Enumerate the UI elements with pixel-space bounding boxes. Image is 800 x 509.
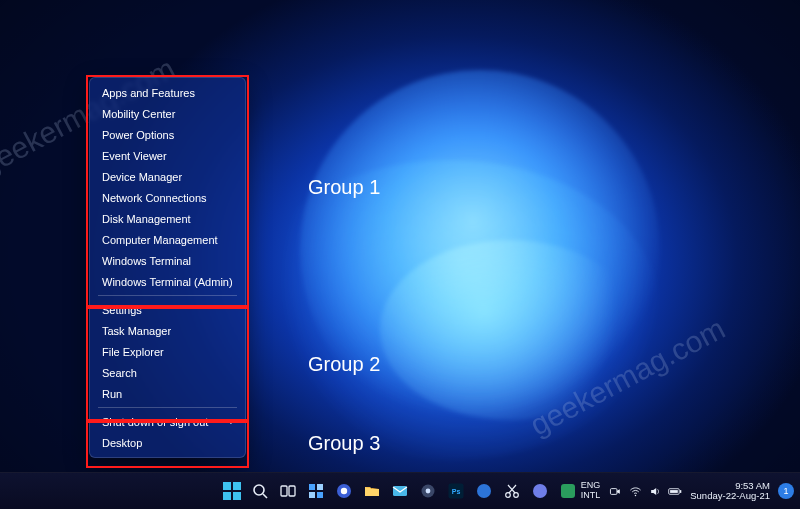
- menu-item-label: Run: [102, 388, 122, 400]
- menu-item-label: Desktop: [102, 437, 142, 449]
- task-view-button[interactable]: [275, 478, 301, 504]
- taskbar-app-photoshop[interactable]: Ps: [443, 478, 469, 504]
- search-icon: [251, 482, 269, 500]
- svg-rect-2: [223, 492, 231, 500]
- svg-rect-8: [309, 484, 315, 490]
- taskbar-app-generic-2[interactable]: [527, 478, 553, 504]
- menu-item-label: Windows Terminal: [102, 255, 191, 267]
- language-indicator[interactable]: ENG INTL: [581, 481, 601, 501]
- svg-point-22: [533, 484, 547, 498]
- menu-item-disk-management[interactable]: Disk Management: [90, 208, 245, 229]
- taskbar-app-generic-3[interactable]: [555, 478, 581, 504]
- taskbar-app-generic-1[interactable]: [471, 478, 497, 504]
- notification-count: 1: [783, 486, 788, 496]
- menu-item-settings[interactable]: Settings: [90, 299, 245, 320]
- menu-item-label: Task Manager: [102, 325, 171, 337]
- menu-item-label: Search: [102, 367, 137, 379]
- notifications-button[interactable]: 1: [778, 483, 794, 499]
- menu-item-label: Power Options: [102, 129, 174, 141]
- annotation-label-group3: Group 3: [308, 432, 380, 455]
- annotation-label-group1: Group 1: [308, 176, 380, 199]
- svg-rect-6: [281, 486, 287, 496]
- chevron-right-icon: ›: [230, 416, 233, 427]
- menu-item-search[interactable]: Search: [90, 362, 245, 383]
- taskbar-right: ^ ENG INTL 9:53 AM Sunday-22-Aug-21 1: [568, 473, 800, 509]
- system-tray: [608, 485, 682, 498]
- svg-point-16: [426, 489, 431, 494]
- svg-rect-10: [309, 492, 315, 498]
- svg-rect-3: [233, 492, 241, 500]
- app-icon: [531, 482, 549, 500]
- svg-rect-11: [317, 492, 323, 498]
- svg-rect-24: [610, 488, 617, 494]
- menu-item-desktop[interactable]: Desktop: [90, 432, 245, 453]
- battery-icon[interactable]: [668, 485, 682, 498]
- taskbar-app-settings[interactable]: [415, 478, 441, 504]
- menu-item-mobility-center[interactable]: Mobility Center: [90, 103, 245, 124]
- svg-point-19: [477, 484, 491, 498]
- app-icon: [559, 482, 577, 500]
- svg-point-25: [635, 494, 636, 495]
- mail-icon: [391, 482, 409, 500]
- menu-item-label: Device Manager: [102, 171, 182, 183]
- menu-item-label: Windows Terminal (Admin): [102, 276, 233, 288]
- menu-separator: [98, 295, 237, 296]
- menu-item-power-options[interactable]: Power Options: [90, 124, 245, 145]
- taskbar-app-snip[interactable]: [499, 478, 525, 504]
- menu-item-windows-terminal-admin[interactable]: Windows Terminal (Admin): [90, 271, 245, 292]
- menu-item-shutdown-signout[interactable]: Shut down or sign out ›: [90, 411, 245, 432]
- clock[interactable]: 9:53 AM Sunday-22-Aug-21: [690, 481, 770, 502]
- svg-rect-0: [223, 482, 231, 490]
- volume-icon[interactable]: [648, 485, 662, 498]
- taskbar-center: Ps: [219, 473, 581, 509]
- menu-separator: [98, 407, 237, 408]
- menu-item-label: Settings: [102, 304, 142, 316]
- menu-item-computer-management[interactable]: Computer Management: [90, 229, 245, 250]
- svg-text:Ps: Ps: [452, 488, 461, 495]
- menu-item-label: Mobility Center: [102, 108, 175, 120]
- menu-item-label: Shut down or sign out: [102, 416, 208, 428]
- menu-item-label: Apps and Features: [102, 87, 195, 99]
- svg-rect-23: [561, 484, 575, 498]
- task-view-icon: [279, 482, 297, 500]
- svg-rect-27: [680, 490, 681, 493]
- app-icon: [475, 482, 493, 500]
- desktop[interactable]: geekermag.com geekermag.com Apps and Fea…: [0, 0, 800, 509]
- taskbar-app-chat[interactable]: [331, 478, 357, 504]
- menu-item-label: Computer Management: [102, 234, 218, 246]
- svg-point-20: [506, 493, 511, 498]
- clock-date: Sunday-22-Aug-21: [690, 491, 770, 501]
- gear-icon: [419, 482, 437, 500]
- menu-item-device-manager[interactable]: Device Manager: [90, 166, 245, 187]
- svg-point-4: [254, 485, 264, 495]
- meet-now-icon[interactable]: [608, 485, 622, 498]
- svg-rect-9: [317, 484, 323, 490]
- taskbar-app-mail[interactable]: [387, 478, 413, 504]
- widgets-button[interactable]: [303, 478, 329, 504]
- menu-item-run[interactable]: Run: [90, 383, 245, 404]
- menu-item-label: File Explorer: [102, 346, 164, 358]
- menu-item-windows-terminal[interactable]: Windows Terminal: [90, 250, 245, 271]
- scissors-icon: [503, 482, 521, 500]
- taskbar-app-file-explorer[interactable]: [359, 478, 385, 504]
- start-button[interactable]: [219, 478, 245, 504]
- menu-item-apps-and-features[interactable]: Apps and Features: [90, 82, 245, 103]
- folder-icon: [363, 482, 381, 500]
- wifi-icon[interactable]: [628, 485, 642, 498]
- svg-rect-14: [393, 486, 407, 496]
- photoshop-icon: Ps: [447, 482, 465, 500]
- menu-item-event-viewer[interactable]: Event Viewer: [90, 145, 245, 166]
- menu-item-label: Event Viewer: [102, 150, 167, 162]
- menu-item-file-explorer[interactable]: File Explorer: [90, 341, 245, 362]
- chat-icon: [335, 482, 353, 500]
- svg-rect-7: [289, 486, 295, 496]
- svg-line-5: [263, 494, 267, 498]
- winx-context-menu: Apps and Features Mobility Center Power …: [89, 77, 246, 458]
- svg-point-13: [341, 488, 347, 494]
- svg-point-21: [514, 493, 519, 498]
- menu-item-network-connections[interactable]: Network Connections: [90, 187, 245, 208]
- search-button[interactable]: [247, 478, 273, 504]
- svg-rect-28: [670, 490, 678, 493]
- menu-item-task-manager[interactable]: Task Manager: [90, 320, 245, 341]
- svg-rect-1: [233, 482, 241, 490]
